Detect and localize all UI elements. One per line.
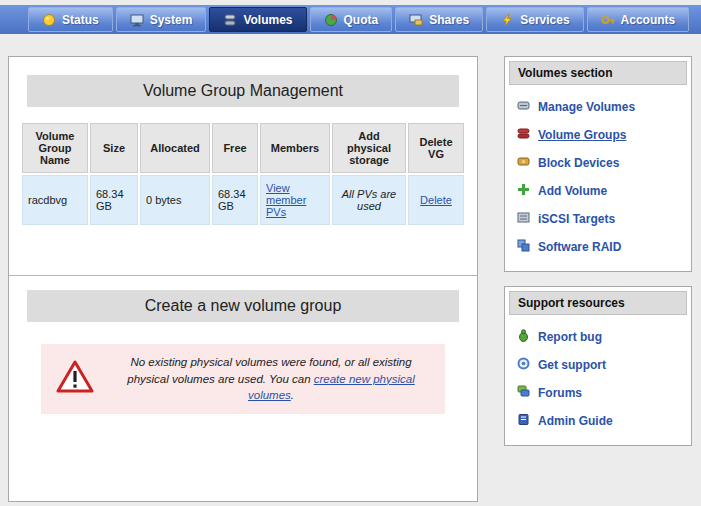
sidebar-item-get-support[interactable]: Get support (509, 351, 687, 379)
accounts-icon (601, 13, 615, 27)
volume-groups-icon (517, 126, 530, 144)
sidebar-item-label[interactable]: Manage Volumes (538, 100, 635, 114)
col-header-volume-group-name: Volume Group Name (22, 123, 88, 173)
sidebar-item-label[interactable]: Report bug (538, 330, 602, 344)
sidebar: Volumes section Manage Volumes Volume Gr… (504, 56, 692, 460)
col-header-members: Members (260, 123, 330, 173)
sidebar-item-forums[interactable]: Forums (509, 379, 687, 407)
create-vg-title: Create a new volume group (27, 290, 459, 322)
volumes-icon (223, 13, 237, 27)
delete-vg-link[interactable]: Delete (420, 194, 452, 206)
report-bug-icon (517, 328, 530, 346)
view-member-pvs-link[interactable]: View member PVs (266, 182, 306, 218)
volumes-section-box: Volumes section Manage Volumes Volume Gr… (504, 56, 692, 272)
vg-size-cell: 68.34 GB (90, 175, 138, 225)
col-header-allocated: Allocated (140, 123, 210, 173)
support-resources-header: Support resources (509, 291, 687, 315)
warning-message: No existing physical volumes were found,… (111, 354, 431, 404)
table-row: racdbvg 68.34 GB 0 bytes 68.34 GB View m… (22, 175, 464, 225)
warning-box: No existing physical volumes were found,… (41, 344, 445, 414)
sidebar-item-software-raid[interactable]: Software RAID (509, 233, 687, 261)
tab-label: Quota (344, 13, 379, 27)
manage-volumes-icon (517, 98, 530, 116)
sidebar-item-label[interactable]: Forums (538, 386, 582, 400)
table-header-row: Volume Group Name Size Allocated Free Me… (22, 123, 464, 173)
tab-quota[interactable]: Quota (310, 7, 393, 32)
warning-text-after: . (291, 389, 294, 401)
tab-label: Status (62, 13, 99, 27)
tab-shares[interactable]: Shares (395, 7, 483, 32)
vg-allocated-cell: 0 bytes (140, 175, 210, 225)
col-header-delete-vg: Delete VG (408, 123, 464, 173)
services-icon (500, 13, 514, 27)
sidebar-item-label[interactable]: Volume Groups (538, 128, 626, 142)
vg-delete-cell: Delete (408, 175, 464, 225)
vg-name-cell: racdbvg (22, 175, 88, 225)
sidebar-item-label[interactable]: Admin Guide (538, 414, 613, 428)
volumes-section-header: Volumes section (509, 61, 687, 85)
get-support-icon (517, 356, 530, 374)
block-devices-icon (517, 154, 530, 172)
tab-status[interactable]: Status (28, 7, 113, 32)
shares-icon (409, 13, 423, 27)
tab-label: System (150, 13, 193, 27)
content-area: Volume Group Management Volume Group Nam… (8, 56, 693, 502)
forums-icon (517, 384, 530, 402)
sidebar-item-label[interactable]: Get support (538, 358, 606, 372)
sidebar-item-manage-volumes[interactable]: Manage Volumes (509, 93, 687, 121)
sidebar-item-add-volume[interactable]: Add Volume (509, 177, 687, 205)
add-volume-icon (517, 182, 530, 200)
sidebar-item-volume-groups[interactable]: Volume Groups (509, 121, 687, 149)
col-header-size: Size (90, 123, 138, 173)
sidebar-item-iscsi-targets[interactable]: iSCSI Targets (509, 205, 687, 233)
sidebar-item-label[interactable]: Block Devices (538, 156, 619, 170)
tab-label: Volumes (243, 13, 292, 27)
sidebar-item-label[interactable]: Software RAID (538, 240, 621, 254)
tab-label: Services (520, 13, 569, 27)
vg-management-title: Volume Group Management (27, 75, 459, 107)
support-resources-box: Support resources Report bug Get support… (504, 286, 692, 446)
admin-guide-icon (517, 412, 530, 430)
sidebar-item-label[interactable]: Add Volume (538, 184, 607, 198)
top-navigation: Status System Volumes Quota Shares Servi… (0, 5, 701, 34)
vg-free-cell: 68.34 GB (212, 175, 258, 225)
tab-services[interactable]: Services (486, 7, 583, 32)
tab-accounts[interactable]: Accounts (587, 7, 690, 32)
sidebar-item-label[interactable]: iSCSI Targets (538, 212, 615, 226)
main-panel: Volume Group Management Volume Group Nam… (8, 56, 478, 502)
tab-system[interactable]: System (116, 7, 207, 32)
sidebar-item-report-bug[interactable]: Report bug (509, 323, 687, 351)
software-raid-icon (517, 238, 530, 256)
sidebar-item-admin-guide[interactable]: Admin Guide (509, 407, 687, 435)
tab-label: Shares (429, 13, 469, 27)
sidebar-item-block-devices[interactable]: Block Devices (509, 149, 687, 177)
status-icon (42, 13, 56, 27)
volume-groups-table: Volume Group Name Size Allocated Free Me… (20, 121, 466, 227)
vg-members-cell: View member PVs (260, 175, 330, 225)
warning-icon (55, 359, 95, 399)
vg-add-storage-cell: All PVs are used (332, 175, 406, 225)
system-icon (130, 13, 144, 27)
col-header-add-physical-storage: Add physical storage (332, 123, 406, 173)
section-divider (9, 275, 477, 276)
tab-volumes[interactable]: Volumes (209, 7, 306, 32)
col-header-free: Free (212, 123, 258, 173)
tab-label: Accounts (621, 13, 676, 27)
iscsi-targets-icon (517, 210, 530, 228)
quota-icon (324, 13, 338, 27)
